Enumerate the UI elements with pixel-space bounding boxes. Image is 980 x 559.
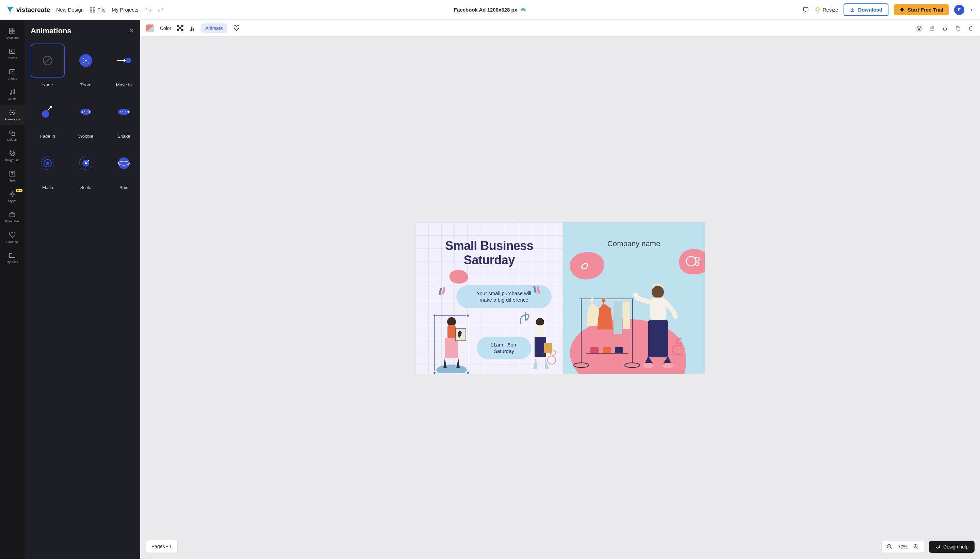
- animation-movein[interactable]: Move In: [107, 43, 140, 88]
- close-panel-icon[interactable]: ✕: [129, 27, 134, 35]
- rail-animations[interactable]: Animations: [0, 106, 25, 125]
- bubble-hours[interactable]: 11am - 6pm Saturday: [477, 337, 531, 359]
- rail-label: Animations: [5, 117, 20, 121]
- lock-icon[interactable]: [942, 25, 948, 31]
- rail-label: Templates: [5, 36, 19, 40]
- animation-spin[interactable]: Spin: [107, 146, 140, 190]
- selection-box[interactable]: [434, 315, 468, 373]
- svg-point-58: [547, 356, 555, 364]
- svg-rect-46: [181, 29, 183, 31]
- zoom-in-icon[interactable]: [913, 544, 919, 550]
- design-help-button[interactable]: Design help: [929, 541, 975, 553]
- canvas-right-half: Company name: [563, 222, 705, 374]
- file-menu[interactable]: File: [90, 7, 106, 13]
- layers-icon[interactable]: [916, 25, 922, 31]
- resize-handle-icon[interactable]: [466, 371, 469, 374]
- folder-icon: [8, 251, 16, 259]
- logo-mark-icon: [7, 6, 14, 13]
- start-trial-button[interactable]: Start Free Trial: [894, 4, 949, 15]
- animation-flash[interactable]: Flash: [31, 146, 65, 190]
- color-swatch[interactable]: [146, 25, 154, 32]
- rail-photos[interactable]: Photos: [0, 44, 25, 64]
- svg-rect-71: [590, 347, 599, 353]
- trial-label: Start Free Trial: [907, 7, 943, 13]
- anim-label: Fade In: [40, 134, 55, 139]
- animation-shake[interactable]: Shake: [107, 95, 140, 139]
- svg-point-67: [625, 363, 640, 367]
- clothes-rack-scene-icon[interactable]: [569, 282, 682, 374]
- resize-handle-icon[interactable]: [433, 371, 436, 374]
- decor-blob-icon: [449, 270, 468, 284]
- rail-label: Brand Kits: [5, 220, 19, 223]
- resize-handle-icon[interactable]: [433, 314, 436, 317]
- svg-rect-47: [944, 28, 947, 30]
- animation-fadein[interactable]: Fade In: [31, 95, 65, 139]
- zoom-level[interactable]: 70%: [898, 544, 907, 549]
- movein-icon: [116, 56, 131, 64]
- redo-icon[interactable]: [158, 7, 164, 13]
- rail-favorites[interactable]: Favorites: [0, 228, 25, 248]
- animation-zoom[interactable]: Zoom: [69, 43, 103, 88]
- svg-point-22: [85, 60, 87, 61]
- svg-rect-72: [603, 347, 611, 353]
- animation-wobble[interactable]: Wobble: [69, 95, 103, 139]
- svg-rect-0: [90, 7, 92, 9]
- rail-templates[interactable]: Templates: [0, 24, 25, 43]
- svg-point-14: [12, 112, 13, 114]
- svg-point-74: [652, 286, 664, 298]
- canvas-viewport[interactable]: Small Business Saturday Your small purch…: [140, 37, 980, 559]
- animation-scale[interactable]: Scale: [69, 146, 103, 190]
- bubble2-line2: Saturday: [494, 348, 514, 354]
- spin-icon: [117, 156, 131, 170]
- align-icon[interactable]: [929, 25, 935, 31]
- rail-label: Objects: [7, 138, 18, 141]
- avatar-caret-icon[interactable]: ▼: [970, 8, 973, 12]
- headline-text[interactable]: Small Business Saturday: [416, 239, 563, 268]
- svg-rect-4: [10, 28, 12, 31]
- trash-icon[interactable]: [968, 25, 974, 31]
- download-button[interactable]: Download: [844, 3, 889, 16]
- transparency-icon[interactable]: [177, 25, 183, 31]
- svg-rect-69: [623, 302, 630, 329]
- rail-objects[interactable]: Objects: [0, 126, 25, 146]
- design-canvas[interactable]: Small Business Saturday Your small purch…: [416, 222, 705, 374]
- duplicate-icon[interactable]: [955, 25, 961, 31]
- color-label[interactable]: Color: [160, 25, 171, 31]
- none-icon: [42, 55, 53, 66]
- animate-button[interactable]: Animate: [201, 23, 227, 33]
- rail-styles[interactable]: NEW Styles: [0, 187, 25, 207]
- resize-handle-icon[interactable]: [466, 314, 469, 317]
- diamond-icon: [815, 7, 821, 13]
- svg-rect-45: [177, 29, 179, 31]
- anim-label: Scale: [80, 185, 91, 190]
- bubble1-line1: Your small purchase will: [477, 290, 531, 296]
- rail-brandkits[interactable]: Brand Kits: [0, 207, 25, 227]
- svg-rect-6: [10, 31, 12, 34]
- flip-icon[interactable]: [189, 25, 195, 31]
- rail-videos[interactable]: Videos: [0, 64, 25, 84]
- svg-rect-42: [177, 25, 179, 27]
- panel-title: Animations: [31, 26, 71, 35]
- comment-icon[interactable]: [803, 7, 809, 13]
- new-design-menu[interactable]: New Design: [56, 7, 84, 13]
- rail-background[interactable]: Bckground: [0, 146, 25, 166]
- doc-title[interactable]: Facebook Ad 1200x628 px: [454, 7, 517, 13]
- my-projects-link[interactable]: My Projects: [112, 7, 138, 13]
- resize-button[interactable]: Resize: [815, 7, 839, 13]
- cloud-saved-icon: [521, 7, 526, 13]
- heart-outline-icon[interactable]: [233, 25, 240, 31]
- animation-none[interactable]: None: [31, 43, 65, 88]
- user-avatar[interactable]: F: [954, 5, 964, 15]
- headline-line2: Saturday: [464, 253, 515, 267]
- download-label: Download: [858, 7, 882, 13]
- rail-myfiles[interactable]: My Files: [0, 248, 25, 268]
- rail-text[interactable]: Text: [0, 167, 25, 186]
- zoom-out-icon[interactable]: [886, 544, 892, 550]
- brand-logo[interactable]: vistacreate: [7, 6, 50, 13]
- photo-icon: [8, 48, 16, 55]
- company-name-text[interactable]: Company name: [563, 239, 705, 248]
- undo-icon[interactable]: [144, 7, 151, 13]
- pages-indicator[interactable]: Pages • 1: [146, 540, 177, 553]
- rail-music[interactable]: Music: [0, 85, 25, 105]
- svg-point-49: [436, 364, 467, 373]
